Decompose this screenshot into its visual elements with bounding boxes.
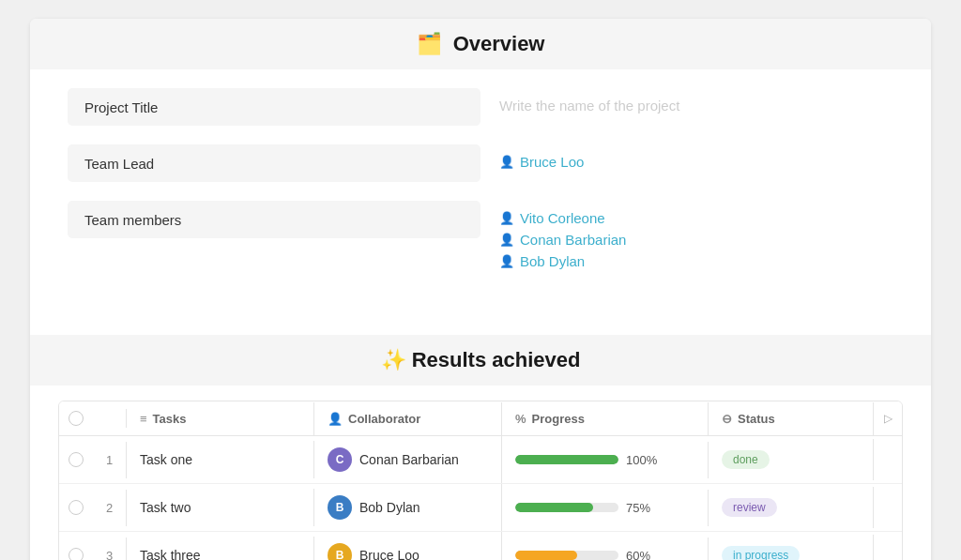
row1-checkbox[interactable] [69,452,84,467]
row2-progress-bar-bg [515,503,618,512]
row2-status: review [709,487,874,528]
team-members-label: Team members [68,201,480,238]
team-member-vito: 👤 Vito Corleone [499,210,875,226]
project-title-value[interactable]: Write the name of the project [480,88,893,123]
row2-avatar: B [328,495,352,520]
results-title: Results achieved [412,348,581,371]
row1-progress-bar-bg [515,455,618,464]
row3-avatar: B [328,543,352,560]
row3-status-badge: in progress [722,546,800,560]
row3-progress-bar-fill [515,551,577,560]
team-members-row: Team members 👤 Vito Corleone 👤 Conan Bar… [68,201,893,279]
header-num [93,409,127,428]
row1-task: Task one [127,441,314,478]
header-status: ⊖ Status [709,402,874,435]
header-check[interactable] [59,401,93,435]
team-members-value[interactable]: 👤 Vito Corleone 👤 Conan Barbarian 👤 Bob … [480,201,893,279]
row3-progress: 60% [502,537,709,561]
row3-check[interactable] [59,538,93,560]
row1-status: done [709,439,874,480]
team-lead-person: 👤 Bruce Loo [499,154,875,170]
table-row: 2 Task two B Bob Dylan 75% review [59,484,902,532]
header-progress: % Progress [502,402,709,435]
results-emoji: ✨ [381,348,406,371]
header-tasks: ≡ Tasks [127,402,314,435]
header-checkbox[interactable] [69,411,84,426]
row2-num: 2 [93,490,127,526]
results-section: ✨ Results achieved ≡ Tasks 👤 Collaborato… [30,335,931,560]
team-member-conan: 👤 Conan Barbarian [499,232,875,248]
row3-progress-bar-bg [515,551,618,560]
person-icon-1: 👤 [499,211,514,225]
row3-collaborator: B Bruce Loo [314,532,502,560]
table-header: ≡ Tasks 👤 Collaborator % Progress ⊖ Stat… [59,401,902,436]
team-lead-label: Team Lead [68,144,480,182]
header-collaborator: 👤 Collaborator [314,402,502,435]
row2-checkbox[interactable] [69,500,84,515]
person-icon: 👤 [499,155,514,169]
row1-progress-pct: 100% [626,453,660,467]
overview-title: Overview [453,32,545,55]
table-row: 1 Task one C Conan Barbarian 100% done [59,436,902,484]
row2-progress: 75% [502,490,709,526]
row2-collaborator: B Bob Dylan [314,484,502,531]
team-lead-value[interactable]: 👤 Bruce Loo [480,144,893,179]
overview-section: Project Title Write the name of the proj… [30,69,931,325]
page-container: 🗂️ Overview Project Title Write the name… [30,19,931,560]
project-title-row: Project Title Write the name of the proj… [68,88,893,126]
overview-emoji: 🗂️ [417,32,442,55]
row1-progress-bar-fill [515,455,618,464]
row3-progress-pct: 60% [626,549,660,561]
row3-checkbox[interactable] [69,548,84,560]
person-icon-3: 👤 [499,254,514,268]
row2-task: Task two [127,489,314,526]
row1-avatar: C [328,447,352,472]
team-member-bob: 👤 Bob Dylan [499,253,875,269]
results-table: ≡ Tasks 👤 Collaborator % Progress ⊖ Stat… [58,401,903,560]
progress-header-icon: % [515,412,526,426]
row3-num: 3 [93,537,127,561]
row1-progress: 100% [502,442,709,478]
status-header-icon: ⊖ [722,412,732,426]
row3-status: in progress [709,535,874,560]
row2-status-badge: review [722,498,777,517]
tasks-header-icon: ≡ [140,412,147,426]
row1-num: 1 [93,442,127,478]
header-expand: ▷ [874,412,902,425]
collaborator-header-icon: 👤 [328,412,343,426]
expand-icon: ▷ [884,412,892,425]
row2-progress-bar-fill [515,503,593,512]
row2-check[interactable] [59,491,93,524]
row2-progress-pct: 75% [626,501,660,515]
row3-task: Task three [127,537,314,560]
table-row: 3 Task three B Bruce Loo 60% in progress [59,532,902,560]
results-header: ✨ Results achieved [30,335,931,386]
team-lead-row: Team Lead 👤 Bruce Loo [68,144,893,182]
project-title-label: Project Title [68,88,480,126]
person-icon-2: 👤 [499,233,514,247]
row1-status-badge: done [722,450,770,469]
row1-check[interactable] [59,443,93,477]
overview-header: 🗂️ Overview [30,19,931,69]
row1-collaborator: C Conan Barbarian [314,436,502,483]
